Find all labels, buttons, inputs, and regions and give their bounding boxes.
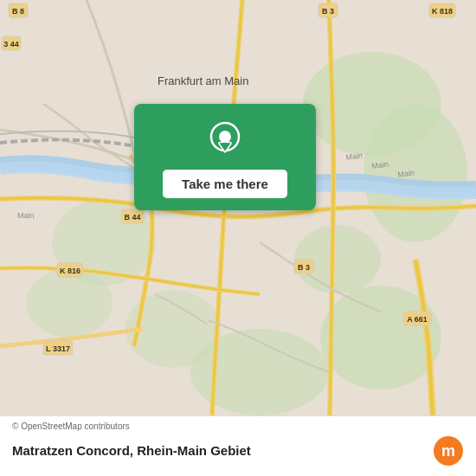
svg-text:A 661: A 661 [407,315,428,324]
location-name: Matratzen Concord, Rhein-Main Gebiet [12,443,433,458]
svg-text:Frankfurt am Main: Frankfurt am Main [158,74,248,87]
svg-text:L 3317: L 3317 [46,344,70,353]
map-view: B 8 K 818 B 3 B 44 B 816 K 816 B 3 L 331… [0,0,476,415]
svg-text:B 8: B 8 [12,7,24,16]
svg-text:K 816: K 816 [60,267,80,275]
take-me-there-button[interactable]: Take me there [163,170,287,198]
map-attribution: © OpenStreetMap contributors [12,421,130,431]
svg-point-6 [26,268,113,338]
svg-text:3 44: 3 44 [3,40,19,48]
svg-text:B 3: B 3 [322,7,334,16]
moovit-logo: m [433,435,464,466]
svg-text:K 818: K 818 [432,7,453,16]
navigation-card: Take me there [134,104,316,210]
moovit-icon: m [433,435,464,466]
svg-point-2 [363,104,467,242]
location-pin-icon [204,119,246,161]
svg-text:B 44: B 44 [124,213,140,222]
bottom-bar: © OpenStreetMap contributors Matratzen C… [0,415,476,476]
svg-text:B 3: B 3 [298,263,310,272]
svg-text:Main: Main [17,211,35,220]
svg-text:m: m [441,442,455,460]
